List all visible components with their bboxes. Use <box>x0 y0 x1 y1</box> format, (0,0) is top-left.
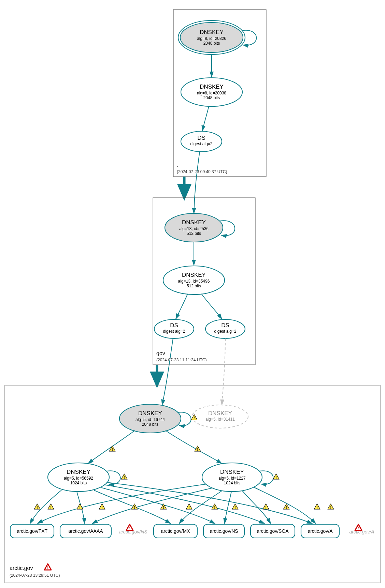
edge-ds-gov-ksk <box>194 152 200 213</box>
record-arctic-mx[interactable]: arctic.gov/MX <box>154 524 197 538</box>
svg-text:DNSKEY: DNSKEY <box>67 469 90 475</box>
svg-text:arctic.gov/MX: arctic.gov/MX <box>161 528 190 534</box>
record-arctic-ns[interactable]: arctic.gov/NS <box>203 524 244 538</box>
node-root-ds[interactable]: DS digest alg=2 <box>181 131 222 152</box>
node-gov-zsk[interactable]: DNSKEY alg=13, id=35496 512 bits <box>163 266 225 295</box>
dnssec-graph: . (2024-07-23 09:40:37 UTC) DNSKEY alg=8… <box>0 0 385 588</box>
edge-ds1-arc-ksk <box>162 338 173 405</box>
svg-text:DNSKEY: DNSKEY <box>182 219 206 226</box>
edge-arc-ksk-zsk2 <box>166 431 222 464</box>
warning-icon: ! <box>160 504 167 509</box>
node-arctic-zsk2[interactable]: DNSKEY alg=5, id=1227 1024 bits <box>202 463 262 492</box>
edge-gov-zsk-ds2 <box>201 294 222 319</box>
svg-text:arctic.gov/AAAA: arctic.gov/AAAA <box>68 528 103 534</box>
edge-zsk1-ns <box>101 487 215 524</box>
warning-icon: ! <box>48 504 54 509</box>
edge-gov-zsk-ds1 <box>176 294 188 319</box>
svg-text:!: ! <box>275 475 277 479</box>
warning-icon: ! <box>263 504 269 509</box>
svg-text:!: ! <box>330 505 331 509</box>
svg-text:!: ! <box>358 526 359 530</box>
svg-text:1024 bits: 1024 bits <box>224 481 241 485</box>
edge-zsk1-txt <box>30 490 61 524</box>
svg-text:!: ! <box>316 505 318 509</box>
svg-text:alg=13, id=35496: alg=13, id=35496 <box>178 279 210 284</box>
record-arctic-soa[interactable]: arctic.gov/SOA <box>251 524 295 538</box>
warning-icon: ! <box>314 504 320 509</box>
node-gov-ds1[interactable]: DS digest alg=2 <box>154 319 194 338</box>
node-root-zsk[interactable]: DNSKEY alg=8, id=20038 2048 bits <box>181 78 242 106</box>
svg-text:512 bits: 512 bits <box>187 284 201 288</box>
edge-zsk2-ns <box>225 492 231 524</box>
svg-point-30 <box>192 405 248 428</box>
svg-text:!: ! <box>234 505 236 509</box>
svg-text:!: ! <box>124 475 125 479</box>
svg-text:DNSKEY: DNSKEY <box>200 29 224 35</box>
svg-text:arctic.gov/SOA: arctic.gov/SOA <box>257 528 289 534</box>
node-gov-ksk[interactable]: DNSKEY alg=13, id=2536 512 bits <box>165 213 223 242</box>
svg-text:digest alg=2: digest alg=2 <box>190 141 212 146</box>
svg-text:arctic.gov/A: arctic.gov/A <box>308 528 333 534</box>
warning-icon: ! <box>131 504 138 509</box>
svg-text:alg=8, id=20326: alg=8, id=20326 <box>197 36 226 41</box>
zone-root-name: . <box>177 162 178 168</box>
svg-text:DNSKEY: DNSKEY <box>200 84 224 90</box>
zone-arctic-time: (2024-07-23 13:29:51 UTC) <box>10 573 60 578</box>
record-arctic-txt[interactable]: arctic.gov/TXT <box>10 524 54 538</box>
svg-text:2048 bits: 2048 bits <box>203 95 220 100</box>
svg-text:!: ! <box>79 505 81 509</box>
svg-text:!: ! <box>286 505 287 509</box>
warning-icon: ! <box>186 504 192 509</box>
svg-text:alg=5, id=16744: alg=5, id=16744 <box>136 417 165 422</box>
zone-arctic-name: arctic.gov <box>10 565 33 571</box>
svg-text:!: ! <box>265 505 267 509</box>
warning-icon: ! <box>34 504 40 509</box>
error-icon: ! <box>355 524 362 530</box>
edge-ds2-arc-missing <box>222 338 225 405</box>
svg-text:digest alg=2: digest alg=2 <box>214 329 236 334</box>
svg-text:2048 bits: 2048 bits <box>203 41 220 46</box>
svg-text:DNSKEY: DNSKEY <box>182 272 206 278</box>
node-arctic-ksk[interactable]: DNSKEY alg=5, id=16744 2048 bits <box>119 404 181 433</box>
svg-text:alg=8, id=20038: alg=8, id=20038 <box>197 91 226 95</box>
svg-text:!: ! <box>194 416 195 420</box>
svg-text:alg=5, id=56592: alg=5, id=56592 <box>64 476 93 481</box>
svg-text:arctic.gov/NS: arctic.gov/NS <box>210 528 238 534</box>
record-arctic-aaaa[interactable]: arctic.gov/AAAA <box>60 524 111 538</box>
svg-text:!: ! <box>47 566 48 570</box>
svg-text:!: ! <box>101 505 103 509</box>
node-root-ksk[interactable]: DNSKEY alg=8, id=20326 2048 bits <box>178 20 245 55</box>
svg-text:2048 bits: 2048 bits <box>142 422 159 427</box>
zone-gov-time: (2024-07-23 11:11:34 UTC) <box>156 358 206 362</box>
svg-text:!: ! <box>112 447 113 451</box>
node-arctic-zsk1[interactable]: DNSKEY alg=5, id=56592 1024 bits <box>48 463 109 492</box>
svg-text:digest alg=2: digest alg=2 <box>163 329 185 334</box>
svg-text:!: ! <box>50 505 52 509</box>
warning-icon: ! <box>77 504 83 509</box>
svg-text:!: ! <box>37 505 38 509</box>
svg-text:!: ! <box>197 447 198 451</box>
node-gov-ds2[interactable]: DS digest alg=2 <box>205 319 245 338</box>
node-arctic-missing-key[interactable]: DNSKEY alg=5, id=31411 <box>192 405 248 428</box>
svg-text:alg=5, id=1227: alg=5, id=1227 <box>218 476 246 481</box>
svg-text:alg=5, id=31411: alg=5, id=31411 <box>205 417 235 422</box>
svg-text:DS: DS <box>197 135 205 141</box>
warning-icon: ! <box>121 474 127 479</box>
svg-text:DS: DS <box>170 322 178 329</box>
error-icon: ! <box>126 524 133 530</box>
svg-text:!: ! <box>163 505 164 509</box>
svg-text:!: ! <box>188 505 190 509</box>
warning-icon: ! <box>273 474 279 479</box>
edge-root-zsk-ds <box>202 106 209 131</box>
svg-text:!: ! <box>134 505 135 509</box>
svg-text:DNSKEY: DNSKEY <box>220 469 244 475</box>
svg-text:512 bits: 512 bits <box>187 231 201 236</box>
edge-zsk2-a <box>254 487 316 524</box>
record-arctic-a[interactable]: arctic.gov/A <box>301 524 339 538</box>
warning-icon: ! <box>328 504 334 509</box>
svg-text:!: ! <box>214 505 215 509</box>
svg-text:1024 bits: 1024 bits <box>70 481 87 485</box>
svg-text:alg=13, id=2536: alg=13, id=2536 <box>179 226 209 231</box>
error-icon: ! <box>44 564 51 570</box>
svg-text:DNSKEY: DNSKEY <box>138 410 162 417</box>
